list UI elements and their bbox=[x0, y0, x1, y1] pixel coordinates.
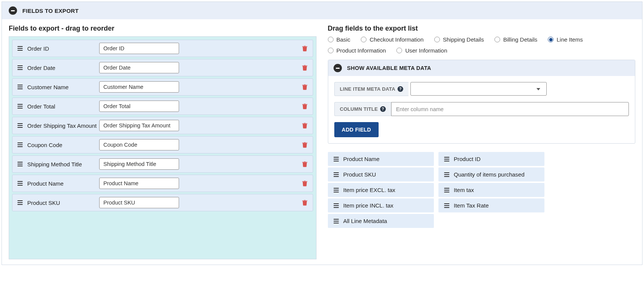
category-radio[interactable]: User Information bbox=[396, 47, 447, 54]
category-radio[interactable]: Shipping Details bbox=[434, 36, 484, 43]
meta-select-wrap bbox=[409, 82, 545, 96]
trash-icon[interactable] bbox=[302, 84, 307, 90]
available-field[interactable]: Item price INCL. tax bbox=[328, 198, 434, 212]
grip-icon[interactable] bbox=[17, 143, 23, 147]
right-heading: Drag fields to the export list bbox=[328, 25, 636, 33]
fields-export-panel: FIELDS TO EXPORT Fields to export - drag… bbox=[2, 2, 642, 265]
field-row[interactable]: Order Total bbox=[12, 98, 313, 115]
grip-icon[interactable] bbox=[17, 200, 23, 205]
radio-icon bbox=[361, 37, 366, 42]
grip-icon[interactable] bbox=[17, 85, 23, 89]
radio-icon bbox=[328, 37, 334, 42]
grip-icon[interactable] bbox=[17, 46, 23, 51]
trash-icon[interactable] bbox=[302, 103, 307, 109]
meta-row-input: COLUMN TITLE ? bbox=[334, 102, 629, 116]
field-name-input[interactable] bbox=[99, 101, 179, 112]
trash-icon[interactable] bbox=[302, 200, 307, 206]
available-field[interactable]: All Line Metadata bbox=[328, 214, 434, 228]
category-radio[interactable]: Billing Details bbox=[494, 36, 537, 43]
grip-icon bbox=[444, 172, 449, 177]
available-field[interactable]: Product ID bbox=[438, 152, 544, 166]
available-field-label: Product ID bbox=[454, 156, 481, 162]
field-name-input[interactable] bbox=[99, 178, 179, 189]
field-name-input[interactable] bbox=[99, 120, 179, 131]
meta-select[interactable] bbox=[410, 82, 547, 96]
field-row[interactable]: Order ID bbox=[12, 40, 313, 57]
field-row[interactable]: Customer Name bbox=[12, 78, 313, 96]
field-name-input[interactable] bbox=[99, 81, 179, 93]
field-row[interactable]: Product SKU bbox=[12, 194, 313, 211]
field-row[interactable]: Product Name bbox=[12, 175, 313, 192]
field-name-input[interactable] bbox=[99, 158, 179, 170]
field-row[interactable]: Shipping Method Title bbox=[12, 155, 313, 173]
grip-icon bbox=[444, 203, 449, 208]
trash-icon[interactable] bbox=[302, 122, 307, 129]
available-field[interactable]: Quantity of items purchased bbox=[438, 167, 544, 181]
radio-label: Product Information bbox=[337, 47, 386, 54]
help-icon[interactable]: ? bbox=[398, 86, 403, 92]
radio-label: Checkout Information bbox=[370, 36, 424, 43]
field-name-input[interactable] bbox=[99, 197, 179, 208]
field-row[interactable]: Order Date bbox=[12, 59, 313, 76]
grip-icon[interactable] bbox=[17, 181, 23, 186]
available-fields-grid: Product NameProduct SKUItem price EXCL. … bbox=[328, 152, 636, 229]
radio-label: Line Items bbox=[557, 36, 583, 43]
field-row[interactable]: Order Shipping Tax Amount bbox=[12, 117, 313, 134]
column-title-input[interactable] bbox=[391, 102, 629, 116]
field-label: Order Shipping Tax Amount bbox=[27, 122, 99, 129]
field-name-input[interactable] bbox=[99, 139, 179, 150]
grip-icon[interactable] bbox=[17, 123, 23, 128]
add-field-button[interactable]: ADD FIELD bbox=[334, 122, 379, 137]
field-name-input[interactable] bbox=[99, 43, 179, 54]
radio-icon bbox=[328, 48, 334, 53]
field-row[interactable]: Coupon Code bbox=[12, 136, 313, 153]
available-col-1: Product NameProduct SKUItem price EXCL. … bbox=[328, 152, 434, 229]
panel-header: FIELDS TO EXPORT bbox=[2, 2, 642, 19]
panel-title: FIELDS TO EXPORT bbox=[22, 8, 79, 14]
help-icon[interactable]: ? bbox=[380, 106, 386, 112]
available-field[interactable]: Item Tax Rate bbox=[438, 198, 544, 212]
category-radio[interactable]: Basic bbox=[328, 36, 351, 43]
grip-icon bbox=[334, 172, 339, 177]
meta-select-label: LINE ITEM META DATA ? bbox=[334, 82, 409, 96]
trash-icon[interactable] bbox=[302, 142, 307, 148]
available-field[interactable]: Product Name bbox=[328, 152, 434, 166]
grip-icon bbox=[334, 219, 339, 223]
category-radio[interactable]: Product Information bbox=[328, 47, 386, 54]
collapse-icon[interactable] bbox=[334, 64, 342, 72]
trash-icon[interactable] bbox=[302, 161, 307, 167]
panel-body: Fields to export - drag to reorder Order… bbox=[2, 19, 642, 265]
category-radio[interactable]: Line Items bbox=[548, 36, 583, 43]
available-field-label: Item tax bbox=[454, 187, 474, 193]
radio-label: Shipping Details bbox=[443, 36, 484, 43]
available-field-label: All Line Metadata bbox=[343, 218, 387, 224]
available-fields-column: Drag fields to the export list BasicChec… bbox=[328, 25, 636, 259]
radio-icon bbox=[434, 37, 440, 42]
trash-icon[interactable] bbox=[302, 180, 307, 186]
trash-icon[interactable] bbox=[302, 45, 307, 51]
available-field[interactable]: Product SKU bbox=[328, 167, 434, 181]
export-fields-list[interactable]: Order IDOrder DateCustomer NameOrder Tot… bbox=[9, 36, 317, 259]
grip-icon bbox=[334, 203, 339, 208]
column-title-label: COLUMN TITLE ? bbox=[334, 102, 391, 116]
available-field[interactable]: Item tax bbox=[438, 183, 544, 197]
meta-box: SHOW AVAILABLE META DATA LINE ITEM META … bbox=[328, 60, 636, 144]
export-fields-column: Fields to export - drag to reorder Order… bbox=[9, 25, 317, 259]
grip-icon[interactable] bbox=[17, 65, 23, 70]
available-field[interactable]: Item price EXCL. tax bbox=[328, 183, 434, 197]
collapse-icon[interactable] bbox=[9, 6, 17, 15]
radio-icon bbox=[396, 48, 402, 53]
grip-icon[interactable] bbox=[17, 162, 23, 166]
field-label: Customer Name bbox=[27, 84, 99, 90]
radio-label: User Information bbox=[405, 47, 447, 54]
field-label: Product SKU bbox=[27, 200, 99, 206]
meta-row-select: LINE ITEM META DATA ? bbox=[334, 82, 629, 96]
category-radios: BasicCheckout InformationShipping Detail… bbox=[328, 36, 636, 54]
grip-icon[interactable] bbox=[17, 104, 23, 108]
field-name-input[interactable] bbox=[99, 62, 179, 73]
category-radio[interactable]: Checkout Information bbox=[361, 36, 424, 43]
field-label: Product Name bbox=[27, 180, 99, 187]
trash-icon[interactable] bbox=[302, 65, 307, 71]
grip-icon bbox=[444, 157, 449, 161]
grip-icon bbox=[444, 188, 449, 192]
